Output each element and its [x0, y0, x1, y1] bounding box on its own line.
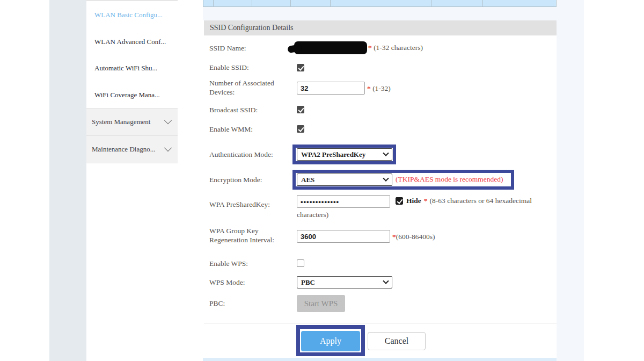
sidebar-item-auto-wifi-shutdown[interactable]: Automatic WiFi Shu... — [86, 55, 178, 82]
hide-password-checkbox[interactable] — [396, 197, 403, 205]
assoc-devices-label: Number of Associated Devices: — [209, 78, 282, 97]
bottom-section-edge — [203, 358, 557, 361]
encryption-mode-select[interactable]: AES — [297, 174, 392, 186]
enable-wmm-label: Enable WMM: — [209, 125, 290, 134]
redacted-ssid-value[interactable] — [294, 41, 367, 54]
required-asterisk: * — [367, 84, 371, 92]
wpa-psk-hint-line: Hide * (8-63 characters or 64 hexadecima… — [396, 197, 532, 205]
broadcast-ssid-checkbox[interactable] — [297, 106, 304, 113]
chevron-down-icon — [164, 117, 172, 124]
auth-mode-label: Authentication Mode: — [209, 150, 290, 159]
required-asterisk: * — [424, 197, 428, 205]
sidebar-section-label: Maintenance Diagno... — [92, 145, 155, 154]
auth-mode-select[interactable]: WPA2 PreSharedKey — [297, 148, 392, 161]
table-header-cell — [252, 0, 291, 7]
sidebar-section-system-management[interactable]: System Management — [86, 108, 178, 135]
table-header-cell — [291, 0, 331, 7]
panel-title: SSID Configuration Details — [204, 20, 557, 35]
wps-mode-label: WPS Mode: — [209, 278, 290, 287]
enable-wps-label: Enable WPS: — [209, 259, 290, 268]
assoc-devices-hint: * (1-32) — [367, 84, 391, 93]
table-header-cell — [483, 0, 557, 7]
left-rail — [49, 0, 86, 361]
table-header-cell — [331, 0, 431, 7]
table-header-cell — [203, 0, 214, 7]
ssid-name-label: SSID Name: — [209, 44, 290, 53]
selected-value: WPA2 PreSharedKey — [301, 150, 365, 159]
selected-value: PBC — [301, 278, 315, 287]
table-header-cell — [431, 0, 483, 7]
sidebar-item-wlan-basic[interactable]: WLAN Basic Configu... — [86, 2, 178, 28]
enable-wps-checkbox[interactable] — [297, 259, 304, 267]
hint-text: (1-32) — [372, 84, 391, 92]
chevron-down-icon — [383, 150, 389, 156]
selected-value: AES — [301, 176, 314, 184]
sidebar-item-wlan-advanced[interactable]: WLAN Advanced Conf... — [86, 28, 178, 55]
wpa-interval-input[interactable] — [297, 230, 390, 243]
enable-ssid-label: Enable SSID: — [209, 63, 290, 72]
chevron-down-icon — [164, 144, 172, 151]
main-content: SSID Configuration Details SSID Name: * … — [204, 0, 558, 361]
broadcast-ssid-label: Broadcast SSID: — [209, 105, 290, 114]
encryption-mode-note: (TKIP&AES mode is recommended) — [396, 175, 503, 184]
sidebar-section-maintenance-diagnosis[interactable]: Maintenance Diagno... — [86, 135, 178, 163]
content-right-band — [557, 0, 584, 361]
wpa-psk-hint-wrap: characters) — [297, 211, 328, 219]
hide-password-label: Hide — [406, 197, 421, 205]
footer-divider — [204, 323, 557, 323]
table-header-cell — [214, 0, 252, 7]
chevron-down-icon — [383, 278, 389, 284]
chevron-down-icon — [383, 175, 389, 181]
required-asterisk: * — [392, 233, 396, 241]
required-asterisk: * — [368, 44, 372, 52]
wpa-interval-label: WPA Group Key Regeneration Interval: — [209, 226, 290, 244]
assoc-devices-input[interactable] — [297, 82, 365, 95]
wpa-psk-input[interactable] — [297, 195, 390, 208]
hint-text: (8-63 characters or 64 hexadecimal — [430, 197, 532, 205]
wpa-psk-label: WPA PreSharedKey: — [209, 200, 290, 209]
hint-text: (1-32 characters) — [374, 44, 423, 52]
ssid-table-header-row — [203, 0, 557, 7]
sidebar-section-label: System Management — [92, 118, 150, 126]
pbc-label: PBC: — [209, 299, 290, 308]
apply-button[interactable]: Apply — [301, 331, 360, 351]
sidebar: WLAN Basic Configu... WLAN Advanced Conf… — [86, 0, 178, 361]
ssid-name-hint: * (1-32 characters) — [368, 44, 423, 52]
hint-text: (600-86400s) — [396, 233, 435, 241]
sidebar-item-wifi-coverage[interactable]: WiFi Coverage Mana... — [86, 82, 178, 109]
router-config-page: WLAN Basic Configu... WLAN Advanced Conf… — [0, 0, 644, 361]
wpa-interval-hint: *(600-86400s) — [392, 233, 435, 241]
cancel-button[interactable]: Cancel — [368, 332, 426, 350]
enable-ssid-checkbox[interactable] — [297, 64, 304, 71]
enable-wmm-checkbox[interactable] — [297, 125, 304, 133]
encryption-mode-label: Encryption Mode: — [209, 175, 290, 184]
wps-mode-select[interactable]: PBC — [297, 276, 392, 288]
content-gap — [203, 7, 557, 20]
start-wps-button[interactable]: Start WPS — [297, 295, 345, 312]
